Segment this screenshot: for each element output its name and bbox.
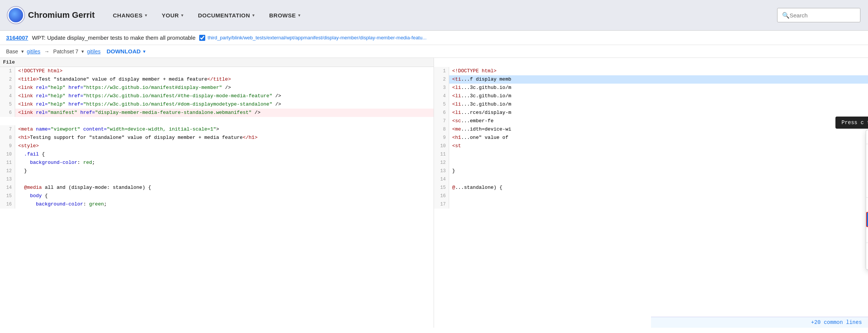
nav-documentation[interactable]: DOCUMENTATION ▼ <box>191 8 262 22</box>
line-content: <link rel="help" href="https://w3c.githu… <box>15 92 434 100</box>
browse-dropdown-arrow: ▼ <box>297 13 301 17</box>
context-menu-item-open-editor[interactable]: 💻Open in Editor <box>866 212 868 227</box>
table-row: 12 } <box>0 167 434 175</box>
code-lines-left: 1<!DOCTYPE html>2<title>Test "standalone… <box>0 67 434 209</box>
changes-dropdown-arrow: ▼ <box>144 13 148 17</box>
line-content: <h1>Testing support for "standalone" val… <box>15 134 434 142</box>
table-row: 12 <box>434 159 868 167</box>
file-header-left: File <box>0 58 434 67</box>
table-row: 8<me...idth=device-wi <box>434 125 868 134</box>
table-row: 10<st <box>434 142 868 150</box>
line-content: <li...3c.github.io/m <box>449 100 868 109</box>
line-number: 5 <box>434 100 449 109</box>
table-row: 5<li...3c.github.io/m <box>434 100 868 109</box>
line-number: 11 <box>434 150 449 159</box>
line-number: 7 <box>0 125 15 134</box>
menu-separator <box>866 228 868 228</box>
line-number: 6 <box>0 109 15 117</box>
table-row: 5<link rel="help" href="https://w3c.gith… <box>0 100 434 109</box>
line-content: <ti...f display memb <box>449 75 868 84</box>
patchset-gitiles-link[interactable]: gitiles <box>87 48 101 54</box>
table-row: 3<link rel="help" href="https://w3c.gith… <box>0 84 434 92</box>
line-content: <link rel="help" href="https://w3c.githu… <box>15 100 434 109</box>
context-menu-item-bytedance[interactable]: 🔍Bytedance Search <box>866 198 868 212</box>
table-row: 11 background-color: red; <box>0 159 434 167</box>
download-button[interactable]: DOWNLOAD ▼ <box>106 48 146 54</box>
app-title: Chromium Gerrit <box>28 10 95 20</box>
menu-separator <box>866 144 868 144</box>
line-content: <meta name="viewport" content="width=dev… <box>15 125 434 134</box>
patchset-label: Patchset 7 <box>53 48 78 54</box>
line-content: <me...idth=device-wi <box>449 125 868 134</box>
press-comment-tooltip: Press c to comment <box>835 117 868 129</box>
line-number: 6 <box>434 109 449 117</box>
context-menu-item-services[interactable]: Services› <box>866 257 868 269</box>
context-menu-item-lookup[interactable]: Look Up "title" <box>866 130 868 143</box>
line-number: 1 <box>434 67 449 75</box>
line-content: body { <box>15 192 434 200</box>
line-content: @media all and (display-mode: standalone… <box>15 184 434 192</box>
line-number: 9 <box>434 134 449 142</box>
table-row: 4<li...3c.github.io/m <box>434 92 868 100</box>
line-number: 11 <box>0 159 15 167</box>
line-number: 13 <box>434 167 449 175</box>
line-number: 13 <box>0 175 15 184</box>
table-row: 8<h1>Testing support for "standalone" va… <box>0 134 434 142</box>
context-menu-item-copy[interactable]: Copy <box>866 145 868 158</box>
line-number: 7 <box>434 117 449 125</box>
line-content: background-color: green; <box>15 200 434 209</box>
search-box[interactable]: 🔍 <box>777 8 860 22</box>
line-number: 17 <box>434 200 449 209</box>
nav-browse[interactable]: BROWSE ▼ <box>262 8 308 22</box>
line-number: 4 <box>0 92 15 100</box>
line-content: <title>Test "standalone" value of displa… <box>15 75 434 84</box>
table-row: 14 @media all and (display-mode: standal… <box>0 184 434 192</box>
context-menu-item-print[interactable]: Print... <box>866 184 868 196</box>
table-row: 13} <box>434 167 868 175</box>
line-number: 8 <box>434 125 449 134</box>
search-input[interactable] <box>790 12 856 19</box>
line-content: <li...3c.github.io/m <box>449 92 868 100</box>
common-lines-link[interactable]: +20 common lines <box>811 319 862 325</box>
line-content: <st <box>449 142 868 150</box>
context-menu-item-search-google[interactable]: Search Google for "title" <box>866 171 868 184</box>
line-content: } <box>15 167 434 175</box>
code-area: File 1<!DOCTYPE html>2<title>Test "stand… <box>0 58 868 328</box>
line-content: <link rel="manifest" href="display-membe… <box>15 109 434 117</box>
line-content: .fail { <box>15 150 434 159</box>
table-row: 4<link rel="help" href="https://w3c.gith… <box>0 92 434 100</box>
line-content: <li...rces/display-m <box>449 109 868 117</box>
base-gitiles-link[interactable]: gitiles <box>27 48 41 54</box>
nav-your[interactable]: YOUR ▼ <box>155 8 191 22</box>
context-menu-item-inspect[interactable]: Inspect <box>866 229 868 242</box>
table-row: 16 background-color: green; <box>0 200 434 209</box>
table-row: 7<meta name="viewport" content="width=de… <box>0 125 434 134</box>
line-number: 5 <box>0 100 15 109</box>
patchset-dropdown[interactable]: ▼ <box>81 49 85 54</box>
cl-path-link[interactable]: third_party/blink/web_tests/external/wpt… <box>208 35 426 40</box>
context-menu-item-speech[interactable]: Speech› <box>866 244 868 257</box>
table-row: 6<link rel="manifest" href="display-memb… <box>0 109 434 117</box>
line-number: 12 <box>0 167 15 175</box>
table-row: 10 .fail { <box>0 150 434 159</box>
documentation-dropdown-arrow: ▼ <box>251 13 255 17</box>
app-logo-icon <box>8 7 24 23</box>
base-dropdown[interactable]: ▼ <box>20 49 25 54</box>
common-lines-bar: +20 common lines <box>651 317 868 328</box>
line-content: <h1...one" value of <box>449 134 868 142</box>
table-row: 16 <box>434 192 868 200</box>
table-row: 17 <box>434 200 868 209</box>
left-diff-panel: File 1<!DOCTYPE html>2<title>Test "stand… <box>0 58 434 328</box>
table-row: 3<li...3c.github.io/m <box>434 84 868 92</box>
line-number: 10 <box>434 142 449 150</box>
nav-changes[interactable]: CHANGES ▼ <box>106 8 155 22</box>
line-number: 15 <box>434 184 449 192</box>
cl-number-link[interactable]: 3164007 <box>6 34 28 41</box>
table-row: 15 body { <box>0 192 434 200</box>
line-number: 15 <box>0 192 15 200</box>
cl-checkbox[interactable] <box>199 35 205 41</box>
line-number: 14 <box>0 184 15 192</box>
logo-area: Chromium Gerrit <box>8 7 95 23</box>
line-number: 3 <box>434 84 449 92</box>
line-number: 14 <box>434 175 449 184</box>
